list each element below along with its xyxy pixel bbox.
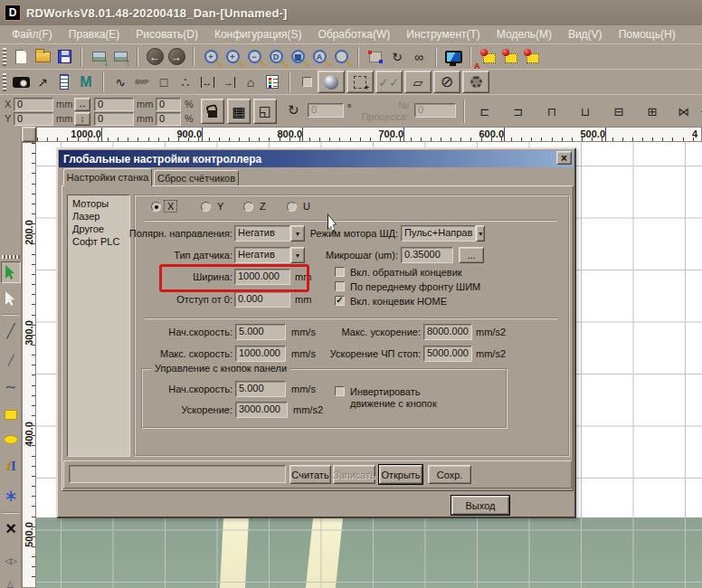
tab-machine-settings[interactable]: Настройки станка — [63, 168, 152, 186]
distribute-icon-5[interactable]: ⊟ — [608, 100, 630, 122]
preview-monitor-icon[interactable] — [442, 46, 464, 68]
hide-preview-button[interactable]: ⊘ — [433, 71, 460, 93]
microstep-more-button[interactable]: ... — [459, 247, 484, 263]
menu-item-config[interactable]: Конфигурация(S) — [206, 26, 310, 43]
max-speed-input[interactable]: 1000.000 — [235, 346, 286, 362]
settings-gear-button[interactable] — [462, 71, 489, 93]
window-titlebar[interactable]: D RDWorksV8.01.48-20200418_Dan-[Unnamed-… — [0, 0, 702, 25]
dialog-titlebar[interactable]: Глобальные настройки контроллера — [59, 150, 574, 167]
open-button[interactable]: Открыть — [379, 465, 422, 484]
bitmap-icon[interactable]: BMP — [131, 71, 153, 93]
resize-button[interactable]: ◱ — [253, 99, 277, 124]
axis-u-radio[interactable]: U — [287, 201, 313, 212]
width-input[interactable]: 1000.000 — [234, 269, 290, 285]
list-item-laser[interactable]: Лазер — [68, 210, 129, 223]
text-m-icon[interactable]: M — [75, 71, 97, 93]
distribute-icon-2[interactable]: ⊐ — [508, 100, 529, 122]
weld-icon[interactable]: ⋈ — [673, 100, 695, 122]
menu-item-tool[interactable]: Инструмент(T) — [398, 26, 489, 43]
rectangle-tool[interactable] — [1, 403, 21, 425]
bezier-tool[interactable]: ≀ — [1, 376, 21, 398]
distribute-icon-3[interactable]: ⊓ — [541, 100, 563, 122]
rotate-angle-input[interactable]: 0 — [308, 103, 344, 118]
marquee-button[interactable] — [346, 71, 374, 93]
press-icon[interactable]: ⌂ — [240, 71, 261, 93]
tab-reset-counters[interactable]: Сброс счётчиков — [154, 170, 239, 186]
zoom-select-icon[interactable] — [330, 46, 352, 68]
pan-view-icon[interactable]: + — [200, 46, 222, 68]
write-button[interactable]: Записать — [333, 465, 375, 484]
node-edit-icon[interactable]: ∴ — [175, 71, 196, 93]
new-document-icon[interactable] — [10, 46, 32, 68]
scale-h-input[interactable]: 0 — [156, 112, 181, 126]
reverse-limit-checkbox[interactable]: Вкл. обратный концевик — [335, 267, 462, 279]
zoom-data-icon[interactable]: ▦ — [287, 46, 308, 68]
pick-wand-icon[interactable]: ↗ — [32, 71, 53, 93]
skew-button[interactable]: ▱ — [404, 71, 432, 93]
distribute-r-icon[interactable]: → — [218, 71, 240, 93]
distribute-icon-1[interactable]: ⊏ — [474, 100, 496, 122]
menu-item-help[interactable]: Помощь(H) — [611, 26, 684, 43]
max-acceleration-input[interactable]: 8000.000 — [423, 324, 472, 340]
measure-ruler-icon[interactable] — [53, 71, 75, 93]
dialog-close-button[interactable]: × — [556, 151, 572, 165]
pos-x-input[interactable]: 0 — [14, 98, 53, 111]
curve-smooth-icon[interactable]: ∿ — [109, 71, 131, 93]
simulate-icon[interactable]: A — [477, 46, 498, 68]
anchor-grid-button[interactable]: ▦ — [227, 99, 251, 124]
motor-mode-select[interactable]: Пульс+Направ▼ — [401, 225, 485, 242]
height-arrow-icon[interactable]: ↕ — [74, 112, 90, 126]
axis-x-radio[interactable]: X — [151, 201, 176, 212]
mirror-horizontal-tool[interactable]: ◁▷ — [1, 550, 21, 572]
zoom-in-icon[interactable]: + — [222, 46, 243, 68]
point-tool[interactable]: ∗ — [1, 485, 21, 507]
line-tool[interactable]: ╱ — [1, 319, 21, 341]
menu-item-edit[interactable]: Правка(E) — [61, 26, 128, 43]
save-icon[interactable] — [53, 46, 75, 68]
webcam-button[interactable] — [318, 71, 345, 93]
estop-acceleration-input[interactable]: 5000.000 — [423, 346, 472, 362]
undo-icon[interactable]: ← — [144, 46, 166, 68]
laser-head-icon[interactable] — [10, 71, 32, 93]
delete-tool[interactable]: × — [1, 517, 21, 539]
width-arrow-icon[interactable]: ↔ — [74, 98, 90, 111]
menu-item-model[interactable]: Модель(M) — [489, 26, 560, 43]
export-icon[interactable]: ↑ — [109, 46, 131, 68]
process-number-input[interactable]: 0 — [414, 103, 456, 118]
zoom-out-icon[interactable]: − — [243, 46, 265, 68]
select-tool[interactable] — [1, 261, 21, 283]
node-select-tool[interactable] — [1, 288, 21, 309]
exit-button[interactable]: Выход — [451, 496, 509, 515]
size-h-input[interactable]: 0 — [94, 112, 134, 126]
distribute-icon-4[interactable]: ⊔ — [574, 100, 596, 122]
menu-item-view[interactable]: Вид(V) — [560, 26, 611, 43]
pos-y-input[interactable]: 0 — [14, 112, 53, 126]
read-button[interactable]: Считать — [289, 465, 331, 484]
list-item-motors[interactable]: Моторы — [68, 197, 129, 210]
ellipse-tool[interactable] — [1, 429, 21, 450]
axis-y-radio[interactable]: Y — [201, 201, 226, 212]
zoom-all-icon[interactable]: A — [308, 46, 330, 68]
invert-keys-checkbox[interactable]: Инвертироватьдвижение с кнопок — [335, 386, 437, 410]
lock-ratio-button[interactable] — [201, 99, 224, 124]
axis-z-radio[interactable]: Z — [243, 201, 269, 212]
toolbar-grip[interactable] — [3, 73, 6, 91]
redo-icon[interactable]: → — [166, 46, 187, 68]
distribute-h-icon[interactable]: ↔ — [196, 71, 218, 93]
camera-enable-checkbox[interactable] — [296, 71, 318, 93]
track-frame-icon[interactable] — [498, 46, 520, 68]
layer-list-icon[interactable] — [261, 71, 283, 93]
rotate-icon[interactable]: ↻ — [288, 102, 299, 119]
toolbar-grip[interactable] — [3, 48, 6, 66]
double-check-button[interactable]: ✓✓ — [375, 71, 403, 93]
microstep-input[interactable]: 0.35000 — [401, 247, 453, 263]
start-speed-input[interactable]: 5.000 — [235, 324, 286, 340]
distribute-icon-6[interactable]: ⊞ — [641, 100, 663, 122]
zoom-page-icon[interactable]: D — [265, 46, 287, 68]
save-button[interactable]: Сохр. — [428, 465, 471, 484]
scale-w-input[interactable]: 0 — [156, 98, 181, 111]
output-icon[interactable] — [520, 46, 542, 68]
panel-start-speed-input[interactable]: 5.000 — [235, 381, 286, 397]
frame-select-icon[interactable] — [365, 46, 386, 68]
text-tool[interactable]: fI — [1, 455, 21, 477]
